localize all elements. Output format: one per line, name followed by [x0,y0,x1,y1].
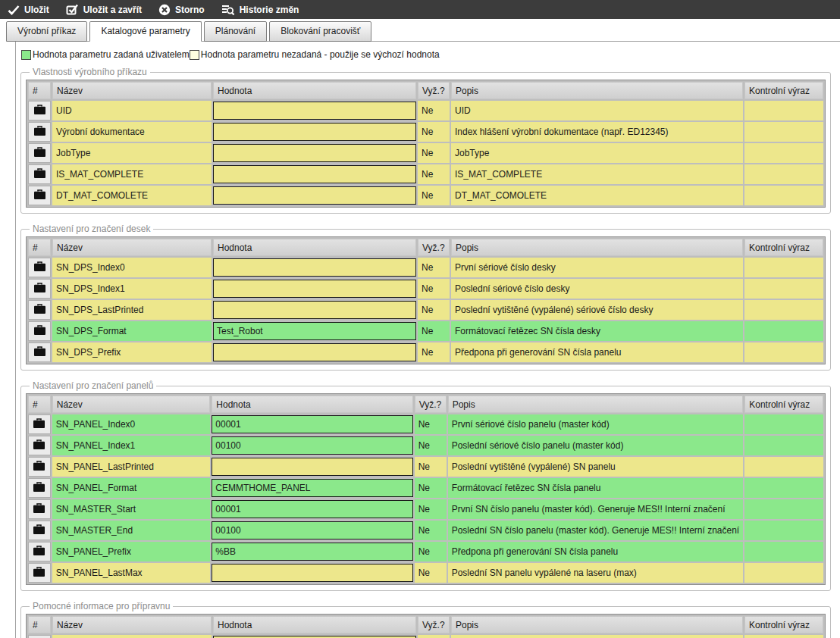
param-name-cell: SN_DPS_Index1 [52,279,212,299]
param-description-cell: DT_MAT_COMOLETE [451,186,743,205]
param-value-input[interactable]: CEMMTHOME_PANEL [212,479,412,497]
cancel-button[interactable]: Storno [158,0,205,19]
param-row: SN_MASTER_Start00001NePrvní SN číslo pan… [28,499,823,519]
param-value-input[interactable]: %BB [212,543,412,561]
param-detail-button[interactable] [28,321,51,341]
param-value-cell [213,300,416,320]
change-history-button[interactable]: Historie změn [221,0,299,19]
param-description-cell: Formátovací řetězec SN čísla panelu [448,478,744,498]
param-detail-button[interactable] [28,342,51,362]
parameter-table: #NázevHodnotaVyž.?PopisKontrolní výrazUI… [26,80,826,208]
column-header-col-popis: Popis [451,616,743,633]
param-required-cell: Ne [415,542,447,561]
param-detail-button[interactable] [28,258,51,277]
group-box: Pomocné informace pro přípravnu#NázevHod… [20,601,831,638]
param-row: DT_MAT_COMOLETENeDT_MAT_COMOLETE [28,186,823,205]
param-description-cell: Předpona při generování SN čísla panelu [451,342,743,362]
param-detail-button[interactable] [28,499,51,519]
group-box: Nastavení pro značení desek#NázevHodnota… [20,224,831,371]
param-value-input[interactable] [212,564,412,582]
param-detail-button[interactable] [28,521,51,540]
param-value-input[interactable]: 00001 [212,500,412,518]
param-value-input[interactable]: 00100 [212,521,412,539]
column-header-col-vyz: Vyž.? [415,396,447,413]
param-detail-button[interactable] [28,635,51,638]
param-value-input[interactable] [213,165,416,183]
group-title: Nastavení pro značení desek [30,224,153,234]
param-control-expression-cell [744,342,823,362]
tab-katalogove-parametry[interactable]: Katalogové parametry [89,21,201,42]
param-description-cell: Předpona při generování SN čísla panelu [448,542,744,561]
param-value-input[interactable] [213,258,416,277]
param-description-cell: Index hlášení výrobní dokumentace (např.… [451,122,743,142]
param-detail-button[interactable] [28,542,51,561]
param-value-input[interactable] [212,458,412,476]
save-button-label: Uložit [24,5,49,15]
param-detail-button[interactable] [28,300,51,320]
param-row: SN_PANEL_Index100100NePoslední sériové č… [28,436,823,455]
param-name-cell: Výrobní dokumentace [52,122,212,142]
param-value-input[interactable] [213,144,416,162]
param-detail-button[interactable] [28,122,51,142]
param-value-input[interactable]: Test_Robot [213,322,416,340]
column-header-col-number: # [28,396,51,413]
save-close-icon [66,4,79,15]
group-box: Nastavení pro značení panelů#NázevHodnot… [20,380,831,591]
briefcase-icon [33,418,45,429]
param-value-input[interactable] [213,186,416,205]
param-detail-button[interactable] [28,478,51,498]
param-value-input[interactable]: 00100 [212,436,412,455]
param-detail-button[interactable] [28,279,51,299]
tab-vyrobni-prikaz[interactable]: Výrobní příkaz [6,21,87,42]
param-description-cell: První SN číslo panelu (master kód). Gene… [448,499,744,519]
param-detail-button[interactable] [28,563,51,583]
param-description-cell: První sériové číslo panelu (master kód) [448,414,744,434]
param-value-cell [213,186,416,205]
param-detail-button[interactable] [28,143,51,163]
param-row: SN_PANEL_Prefix%BBNePředpona při generov… [28,542,823,561]
param-required-cell: Ne [418,321,450,341]
briefcase-icon [33,168,46,179]
param-description-cell: Poslední SN číslo panelu (master kód). G… [448,521,744,540]
column-header-col-number: # [28,616,51,633]
legend-default-value-swatch [190,50,199,60]
param-value-cell [212,457,412,477]
param-value-input[interactable]: 00001 [212,415,412,433]
param-detail-button[interactable] [28,414,51,434]
param-name-cell: SN_DPS_LastPrinted [52,300,212,320]
param-description-cell: Formátovací řetězec SN čísla desky [451,321,743,341]
param-value-cell [213,342,416,362]
param-description-cell: Počet vytištěných etiket na přípravně [451,635,743,638]
param-name-cell: SN_PANEL_Index0 [52,414,211,434]
param-value-cell: Test_Robot [213,321,416,341]
column-header-col-kontrolni-vyraz: Kontrolní výraz [744,82,823,99]
tab-blokovani-pracovist[interactable]: Blokování pracovišť [269,21,371,42]
column-header-col-kontrolni-vyraz: Kontrolní výraz [744,239,823,256]
param-required-cell: Ne [415,457,447,477]
save-and-close-button[interactable]: Uložit a zavřít [66,0,142,19]
tab-planovani[interactable]: Plánování [204,21,267,42]
param-value-input[interactable] [213,102,416,120]
param-value-input[interactable] [213,123,416,141]
param-required-cell: Ne [418,300,450,320]
group-title: Pomocné informace pro přípravnu [30,601,173,611]
param-detail-button[interactable] [28,186,51,205]
param-value-cell [213,258,416,277]
param-detail-button[interactable] [28,164,51,184]
save-button[interactable]: Uložit [8,0,49,19]
tab-bar: Výrobní příkaz Katalogové parametry Plán… [0,19,840,42]
param-detail-button[interactable] [28,457,51,477]
param-value-input[interactable] [213,280,416,298]
param-row: BGLabelCounter0NePočet vytištěných etike… [28,635,823,638]
param-detail-button[interactable] [28,101,51,120]
param-control-expression-cell [744,499,823,519]
param-detail-button[interactable] [28,436,51,455]
briefcase-icon [33,325,46,336]
param-value-input[interactable] [213,301,416,319]
param-required-cell: Ne [418,342,450,362]
param-value-input[interactable] [213,343,416,361]
param-row: SN_PANEL_LastMaxNePoslední SN panelu vyp… [28,563,823,583]
param-name-cell: SN_PANEL_LastMax [52,563,211,583]
check-icon [8,5,20,15]
column-header-col-popis: Popis [448,396,744,413]
